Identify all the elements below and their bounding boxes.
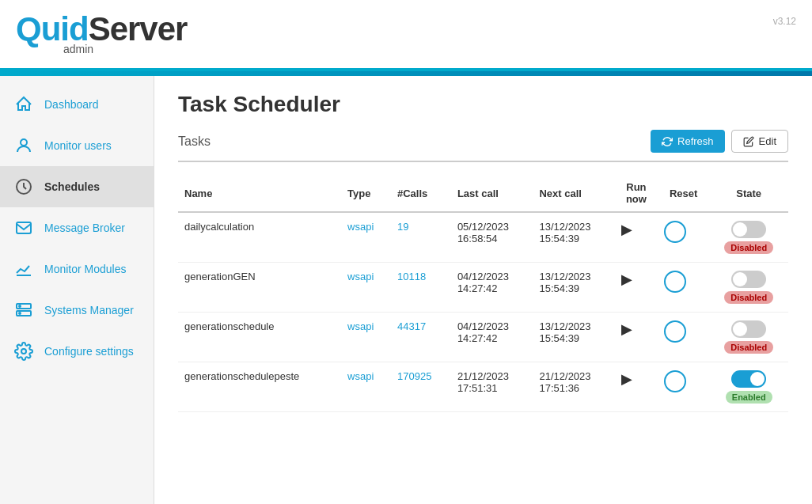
sidebar-label-monitor-users: Monitor users: [44, 139, 112, 152]
sidebar-item-schedules[interactable]: Schedules: [0, 166, 154, 207]
tasks-header: Tasks Refresh Edit: [178, 130, 788, 162]
cell-run-3[interactable]: ▶: [615, 362, 658, 412]
toggle-knob-1: [733, 272, 747, 286]
svg-point-0: [21, 139, 27, 146]
cell-calls-2: 44317: [391, 313, 451, 362]
col-calls: #Calls: [391, 175, 451, 212]
user-icon: [13, 135, 35, 157]
svg-rect-2: [17, 222, 31, 233]
sidebar-item-message-broker[interactable]: Message Broker: [0, 207, 154, 248]
edit-icon: [743, 136, 754, 147]
reset-button-0[interactable]: [664, 221, 686, 243]
cell-state-2: Disabled: [709, 313, 788, 362]
cell-type-1: wsapi: [341, 263, 391, 313]
clock-icon: [13, 176, 35, 198]
refresh-label: Refresh: [677, 135, 714, 147]
cell-last-call-3: 21/12/202317:51:31: [451, 362, 533, 412]
cell-next-call-1: 13/12/202315:54:39: [533, 263, 615, 313]
run-now-button-0[interactable]: ▶: [621, 221, 632, 238]
toggle-switch-1[interactable]: [731, 271, 766, 288]
cell-last-call-2: 04/12/202314:27:42: [451, 313, 533, 362]
cell-next-call-3: 21/12/202317:51:36: [533, 362, 615, 412]
cell-reset-2[interactable]: [658, 313, 710, 362]
cell-next-call-0: 13/12/202315:54:39: [533, 212, 615, 263]
cell-calls-3: 170925: [391, 362, 451, 412]
toggle-switch-2[interactable]: [731, 320, 766, 338]
edit-label: Edit: [759, 135, 776, 147]
run-now-button-3[interactable]: ▶: [621, 370, 632, 388]
sidebar-item-dashboard[interactable]: Dashboard: [0, 84, 154, 125]
toggle-switch-0[interactable]: [731, 221, 766, 238]
sidebar-item-systems-manager[interactable]: Systems Manager: [0, 290, 154, 331]
cell-run-2[interactable]: ▶: [615, 313, 658, 362]
toggle-wrapper-0: Disabled: [715, 221, 782, 254]
toggle-knob-0: [733, 222, 747, 237]
page-title: Task Scheduler: [178, 92, 788, 117]
sidebar-label-schedules: Schedules: [44, 180, 100, 193]
state-badge-0: Disabled: [724, 241, 773, 254]
version-label: v3.12: [773, 16, 796, 27]
cell-run-1[interactable]: ▶: [615, 263, 658, 313]
sidebar-label-message-broker: Message Broker: [44, 222, 125, 234]
state-badge-3: Enabled: [726, 391, 772, 404]
cell-type-2: wsapi: [341, 313, 391, 362]
cell-name-3: generationschedulepeste: [178, 362, 341, 412]
cell-name-1: generationGEN: [178, 263, 341, 313]
toggle-knob-3: [750, 372, 765, 386]
main-content: Task Scheduler Tasks Refresh: [154, 76, 812, 504]
tasks-label: Tasks: [178, 135, 211, 149]
refresh-button[interactable]: Refresh: [651, 130, 725, 153]
cell-type-3: wsapi: [341, 362, 391, 412]
table-row: generationschedulepeste wsapi 170925 21/…: [178, 362, 788, 412]
state-badge-1: Disabled: [724, 291, 773, 304]
col-run-now: Runnow: [615, 175, 658, 212]
reset-button-2[interactable]: [664, 320, 686, 343]
cell-reset-0[interactable]: [658, 212, 710, 263]
reset-button-1[interactable]: [664, 271, 686, 293]
cell-reset-1[interactable]: [658, 263, 710, 313]
table-row: generationGEN wsapi 10118 04/12/202314:2…: [178, 263, 788, 313]
reset-button-3[interactable]: [664, 370, 686, 392]
col-type: Type: [341, 175, 391, 212]
cell-calls-0: 19: [391, 212, 451, 263]
col-name: Name: [178, 175, 341, 212]
table-row: dailycalculation wsapi 19 05/12/202316:5…: [178, 212, 788, 263]
sidebar-label-systems-manager: Systems Manager: [44, 304, 134, 316]
toggle-switch-3[interactable]: [731, 370, 766, 388]
table-header-row: Name Type #Calls Last call Next call Run…: [178, 175, 788, 212]
tasks-actions: Refresh Edit: [651, 130, 788, 153]
header: QuidServer admin v3.12: [0, 0, 812, 71]
run-now-button-2[interactable]: ▶: [621, 320, 632, 338]
logo-area: QuidServer admin: [16, 13, 187, 55]
run-now-button-1[interactable]: ▶: [621, 271, 632, 288]
cell-last-call-1: 04/12/202314:27:42: [451, 263, 533, 313]
col-next-call: Next call: [533, 175, 615, 212]
cell-state-3: Enabled: [709, 362, 788, 412]
sidebar-label-dashboard: Dashboard: [44, 98, 99, 111]
table-row: generationschedule wsapi 44317 04/12/202…: [178, 313, 788, 362]
cell-next-call-2: 13/12/202315:54:39: [533, 313, 615, 362]
gear-icon: [13, 340, 35, 362]
cell-state-1: Disabled: [709, 263, 788, 313]
toggle-wrapper-3: Enabled: [715, 370, 782, 404]
logo-subtitle: admin: [63, 43, 93, 55]
chart-icon: [13, 258, 35, 280]
cell-run-0[interactable]: ▶: [615, 212, 658, 263]
cell-calls-1: 10118: [391, 263, 451, 313]
sidebar-item-monitor-modules[interactable]: Monitor Modules: [0, 248, 154, 290]
refresh-icon: [662, 136, 673, 147]
col-state: State: [709, 175, 788, 212]
layout: Dashboard Monitor users Schedules: [0, 76, 812, 504]
cell-state-0: Disabled: [709, 212, 788, 263]
sidebar: Dashboard Monitor users Schedules: [0, 76, 154, 504]
sidebar-item-monitor-users[interactable]: Monitor users: [0, 125, 154, 166]
state-badge-2: Disabled: [724, 341, 773, 354]
cell-reset-3[interactable]: [658, 362, 710, 412]
home-icon: [13, 93, 35, 116]
col-reset: Reset: [658, 175, 710, 212]
edit-button[interactable]: Edit: [731, 130, 788, 153]
sidebar-label-monitor-modules: Monitor Modules: [44, 263, 127, 275]
svg-point-6: [19, 305, 21, 307]
cell-name-2: generationschedule: [178, 313, 341, 362]
sidebar-item-configure-settings[interactable]: Configure settings: [0, 331, 154, 372]
